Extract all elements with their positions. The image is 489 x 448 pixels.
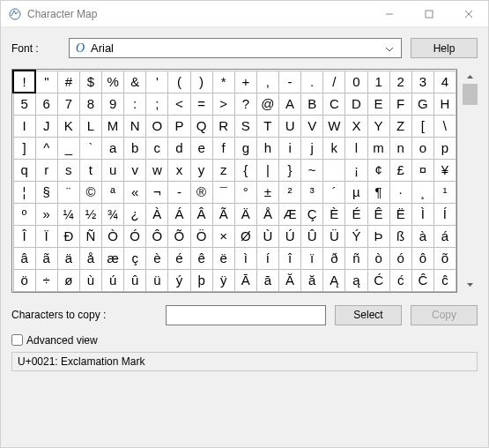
- char-cell[interactable]: Ć: [367, 269, 389, 291]
- char-cell[interactable]: ă: [301, 269, 323, 291]
- char-cell[interactable]: .: [301, 71, 323, 93]
- char-cell[interactable]: 0: [345, 71, 367, 93]
- char-cell[interactable]: -: [168, 181, 190, 203]
- char-cell[interactable]: p: [433, 137, 456, 159]
- char-cell[interactable]: ·: [389, 181, 411, 203]
- maximize-button[interactable]: [409, 1, 448, 26]
- char-cell[interactable]: ø: [57, 269, 79, 291]
- char-cell[interactable]: ú: [102, 269, 124, 291]
- char-cell[interactable]: 3: [411, 71, 433, 93]
- char-cell[interactable]: ±: [256, 181, 278, 203]
- char-cell[interactable]: Ø: [234, 225, 256, 247]
- char-cell[interactable]: å: [79, 247, 101, 269]
- char-cell[interactable]: d: [168, 137, 190, 159]
- char-cell[interactable]: :: [124, 93, 146, 115]
- char-cell[interactable]: ]: [13, 137, 35, 159]
- char-cell[interactable]: ¹: [433, 181, 456, 203]
- char-cell[interactable]: =: [190, 93, 212, 115]
- char-cell[interactable]: ā: [256, 269, 278, 291]
- char-cell[interactable]: L: [79, 115, 101, 137]
- char-cell[interactable]: K: [57, 115, 79, 137]
- char-cell[interactable]: t: [79, 159, 101, 181]
- char-cell[interactable]: ê: [190, 247, 212, 269]
- char-cell[interactable]: i: [279, 137, 301, 159]
- char-cell[interactable]: Ï: [35, 225, 57, 247]
- char-cell[interactable]: ì: [234, 247, 256, 269]
- char-cell[interactable]: I: [13, 115, 35, 137]
- char-cell[interactable]: 9: [102, 93, 124, 115]
- char-cell[interactable]: h: [256, 137, 278, 159]
- char-cell[interactable]: S: [234, 115, 256, 137]
- char-cell[interactable]: Ö: [190, 225, 212, 247]
- char-cell[interactable]: B: [301, 93, 323, 115]
- char-cell[interactable]: ¶: [367, 181, 389, 203]
- char-cell[interactable]: °: [234, 181, 256, 203]
- char-cell[interactable]: ×: [212, 225, 234, 247]
- char-cell[interactable]: ö: [13, 269, 35, 291]
- char-cell[interactable]: Ą: [323, 269, 345, 291]
- char-cell[interactable]: õ: [433, 247, 456, 269]
- char-cell[interactable]: _: [57, 137, 79, 159]
- char-cell[interactable]: T: [256, 115, 278, 137]
- char-cell[interactable]: ý: [168, 269, 190, 291]
- char-cell[interactable]: Õ: [168, 225, 190, 247]
- char-cell[interactable]: ¡: [345, 159, 367, 181]
- char-cell[interactable]: û: [124, 269, 146, 291]
- char-cell[interactable]: O: [146, 115, 168, 137]
- char-cell[interactable]: ¤: [411, 159, 433, 181]
- help-button[interactable]: Help: [411, 38, 478, 58]
- char-cell[interactable]: µ: [345, 181, 367, 203]
- char-cell[interactable]: ª: [102, 181, 124, 203]
- copy-button[interactable]: Copy: [411, 305, 478, 325]
- char-cell[interactable]: +: [234, 71, 256, 93]
- char-cell[interactable]: ?: [234, 93, 256, 115]
- char-cell[interactable]: È: [323, 203, 345, 225]
- char-cell[interactable]: ć: [389, 269, 411, 291]
- char-cell[interactable]: y: [190, 159, 212, 181]
- char-cell[interactable]: ©: [79, 181, 101, 203]
- char-cell[interactable]: b: [124, 137, 146, 159]
- char-cell[interactable]: (: [168, 71, 190, 93]
- char-cell[interactable]: à: [411, 225, 433, 247]
- char-cell[interactable]: Ì: [411, 203, 433, 225]
- char-cell[interactable]: Q: [190, 115, 212, 137]
- char-cell[interactable]: x: [168, 159, 190, 181]
- select-button[interactable]: Select: [335, 305, 402, 325]
- char-cell[interactable]: 1: [367, 71, 389, 93]
- char-cell[interactable]: c: [146, 137, 168, 159]
- char-cell[interactable]: ë: [212, 247, 234, 269]
- char-cell[interactable]: l: [345, 137, 367, 159]
- vertical-scrollbar[interactable]: [463, 69, 478, 293]
- char-cell[interactable]: D: [345, 93, 367, 115]
- char-cell[interactable]: Î: [13, 225, 35, 247]
- char-cell[interactable]: 4: [433, 71, 456, 93]
- char-cell[interactable]: ù: [79, 269, 101, 291]
- scroll-thumb[interactable]: [463, 84, 478, 105]
- char-cell[interactable]: ): [190, 71, 212, 93]
- char-cell[interactable]: >: [212, 93, 234, 115]
- char-cell[interactable]: q: [13, 159, 35, 181]
- char-cell[interactable]: 7: [57, 93, 79, 115]
- char-cell[interactable]: ´: [323, 181, 345, 203]
- char-cell[interactable]: }: [279, 159, 301, 181]
- char-cell[interactable]: §: [35, 181, 57, 203]
- char-cell[interactable]: ;: [146, 93, 168, 115]
- char-cell[interactable]: ÷: [35, 269, 57, 291]
- char-cell[interactable]: ą: [345, 269, 367, 291]
- char-cell[interactable]: e: [190, 137, 212, 159]
- char-cell[interactable]: P: [168, 115, 190, 137]
- char-cell[interactable]: î: [279, 247, 301, 269]
- char-cell[interactable]: æ: [102, 247, 124, 269]
- char-cell[interactable]: ¾: [102, 203, 124, 225]
- char-cell[interactable]: j: [301, 137, 323, 159]
- scroll-down-arrow-icon[interactable]: [463, 278, 478, 293]
- char-cell[interactable]: ã: [35, 247, 57, 269]
- char-cell[interactable]: ô: [411, 247, 433, 269]
- char-cell[interactable]: `: [79, 137, 101, 159]
- char-cell[interactable]: G: [411, 93, 433, 115]
- char-cell[interactable]: Ä: [234, 203, 256, 225]
- char-cell[interactable]: Ò: [102, 225, 124, 247]
- char-cell[interactable]: /: [323, 71, 345, 93]
- char-cell[interactable]: {: [234, 159, 256, 181]
- char-cell[interactable]: V: [301, 115, 323, 137]
